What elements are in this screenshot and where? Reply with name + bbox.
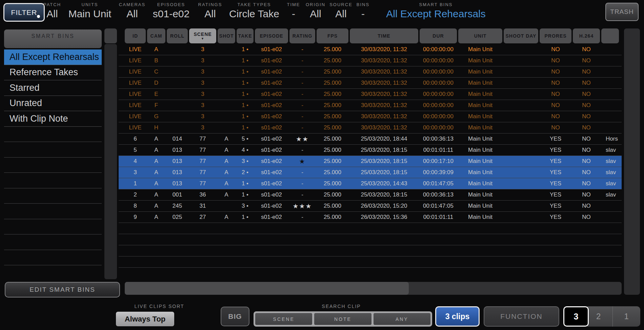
column-header-scene[interactable]: SCENE▼ xyxy=(189,28,216,43)
cell-episode: s01-e02 xyxy=(255,124,288,131)
cell-scene: 77 xyxy=(189,169,216,176)
cell-note: slav xyxy=(601,180,619,187)
cell-h264: NO xyxy=(573,136,600,142)
sidebar-item-unrated[interactable]: Unrated xyxy=(4,96,102,111)
live-clip-row[interactable]: LIVEF31 •s01-e02-25.00030/03/2020, 11:32… xyxy=(119,100,622,111)
cell-shot: A xyxy=(218,180,235,187)
live-clip-row[interactable]: LIVEC31 •s01-e02-25.00030/03/2020, 11:32… xyxy=(119,66,622,78)
column-header-fps[interactable]: FPS xyxy=(317,28,348,43)
cell-roll: 013 xyxy=(167,169,188,176)
live-clip-row[interactable]: LIVEG31 •s01-e02-25.00030/03/2020, 11:32… xyxy=(119,111,622,122)
filter-field-take-types[interactable]: TAKE TYPESCircle Take xyxy=(229,2,279,20)
edit-smart-bins-button[interactable]: EDIT SMART BINS xyxy=(5,282,120,297)
sidebar-item-all-except-rehearsals[interactable]: All Except Rehearsals xyxy=(4,49,102,65)
filter-field-patch[interactable]: PATCHAll xyxy=(43,2,61,20)
cell-rating: - xyxy=(289,214,315,221)
column-header-id[interactable]: ID xyxy=(125,28,146,43)
clips-count-button[interactable]: 3 clips xyxy=(435,306,480,327)
filter-field-cameras[interactable]: CAMERASAll xyxy=(119,2,145,20)
column-header-shoot-day[interactable]: SHOOT DAY xyxy=(504,28,538,43)
sidebar-item-starred[interactable]: Starred xyxy=(4,80,102,96)
filter-field-origin[interactable]: ORIGINAll xyxy=(306,2,325,20)
cell-roll: 014 xyxy=(167,136,188,142)
left-vertical-scrollbar[interactable] xyxy=(104,44,117,279)
filter-field-episodes[interactable]: EPISODESs01-e02 xyxy=(153,2,189,20)
cell-rating: - xyxy=(289,180,315,187)
cell-rating: - xyxy=(289,46,315,53)
filter-field-smart-bins[interactable]: SMART BINSAll Except Rehearsals xyxy=(386,2,485,20)
column-header-shot[interactable]: SHOT xyxy=(218,28,235,43)
sidebar-item-with-clip-note[interactable]: With Clip Note xyxy=(4,111,102,127)
page-button-2[interactable]: 2 xyxy=(585,306,612,327)
page-button-1[interactable]: 1 xyxy=(612,306,641,327)
right-vertical-scrollbar[interactable] xyxy=(624,28,640,295)
cell-fps: 25.000 xyxy=(317,57,348,64)
column-header-roll[interactable]: ROLL xyxy=(167,28,188,43)
cell-episode: s01-e02 xyxy=(255,169,288,176)
cell-scene: 3 xyxy=(189,46,216,53)
cell-episode: s01-e02 xyxy=(255,46,288,53)
column-header-prores[interactable]: PRORES xyxy=(540,28,571,43)
sidebar-empty-slot xyxy=(4,204,102,219)
sidebar-item-reference-takes[interactable]: Reference Takes xyxy=(4,65,102,81)
cell-h264: NO xyxy=(573,158,600,165)
function-button[interactable]: FUNCTION xyxy=(484,306,559,327)
filter-field-ratings[interactable]: RATINGSAll xyxy=(198,2,222,20)
column-header-dur[interactable]: DUR xyxy=(420,28,457,43)
filter-button[interactable]: FILTER xyxy=(3,3,45,22)
clip-row[interactable]: 8A245313 •s01-e02★★★25.00026/03/2020, 15… xyxy=(119,201,622,212)
live-clip-row[interactable]: LIVEE31 •s01-e02-25.00030/03/2020, 11:32… xyxy=(119,89,622,100)
search-by-scene-button[interactable]: SCENE xyxy=(255,313,312,325)
clip-row[interactable]: 3A01377A2 •s01-e02-25.00025/03/2020, 18:… xyxy=(119,167,622,178)
sidebar-empty-slot xyxy=(4,142,102,158)
clip-row[interactable]: 1A01377A1 •s01-e02-25.00025/03/2020, 14:… xyxy=(119,178,622,189)
cell-h264: NO xyxy=(573,214,600,221)
column-header-unit[interactable]: UNIT xyxy=(458,28,502,43)
search-by-any-button[interactable]: ANY xyxy=(374,313,430,325)
live-clip-row[interactable]: LIVED31 •s01-e02-25.00030/03/2020, 11:32… xyxy=(119,78,622,89)
page-button-3[interactable]: 3 xyxy=(563,306,589,327)
live-clip-row[interactable]: LIVEA31 •s01-e02-25.00030/03/2020, 11:32… xyxy=(119,44,622,55)
cell-scene: 3 xyxy=(189,80,216,86)
clip-row[interactable]: 9A02527A1 •s01-e02-25.00026/03/2020, 15:… xyxy=(119,212,622,223)
clip-row[interactable]: 2A00136A1 •s01-e02-25.00025/03/2020, 18:… xyxy=(119,189,622,201)
cell-episode: s01-e02 xyxy=(255,57,288,64)
column-header-cam[interactable]: CAM xyxy=(147,28,165,43)
horizontal-scrollbar-track[interactable] xyxy=(125,282,622,295)
filter-field-units[interactable]: UNITSMain Unit xyxy=(68,2,112,20)
filter-field-label: ORIGIN xyxy=(306,2,325,7)
horizontal-scrollbar-thumb[interactable] xyxy=(125,282,409,295)
filter-field-source[interactable]: SOURCEAll xyxy=(329,2,353,20)
cell-roll: 013 xyxy=(167,180,188,187)
empty-table-row xyxy=(119,256,622,268)
column-header-time[interactable]: TIME xyxy=(350,28,418,43)
search-by-note-button[interactable]: NOTE xyxy=(314,313,371,325)
cell-roll: 025 xyxy=(167,214,188,221)
big-button[interactable]: BIG xyxy=(221,307,249,326)
column-header-h-264[interactable]: H.264 xyxy=(573,28,600,43)
clip-row[interactable]: 5A01377A4 •s01-e02-25.00025/03/2020, 18:… xyxy=(119,145,622,156)
column-header-episode[interactable]: EPISODE xyxy=(255,28,288,43)
cell-h264: NO xyxy=(573,113,600,120)
filter-field-value: Circle Take xyxy=(229,8,279,20)
filter-field-time[interactable]: TIME- xyxy=(287,2,300,20)
cell-unit: Main Unit xyxy=(458,113,502,120)
live-clips-sort-button[interactable]: Always Top xyxy=(116,312,174,326)
clip-row[interactable]: 6A01477A5 •s01-e02★★25.00025/03/2020, 18… xyxy=(119,133,622,145)
live-clip-row[interactable]: LIVEB31 •s01-e02-25.00030/03/2020, 11:32… xyxy=(119,55,622,66)
filter-field-value: All xyxy=(306,8,325,20)
cell-rating: - xyxy=(289,169,315,176)
column-header-label: DUR xyxy=(432,33,444,39)
column-header-rating[interactable]: RATING xyxy=(289,28,315,43)
qtake-clip-browser: FILTER PATCHAllUNITSMain UnitCAMERASAllE… xyxy=(0,0,644,330)
column-header-take[interactable]: TAKE xyxy=(237,28,254,43)
trash-button-label: TRASH xyxy=(610,8,633,16)
cell-cam: F xyxy=(147,102,165,109)
filter-field-bins[interactable]: BINS- xyxy=(357,2,369,20)
clip-row[interactable]: 4A01377A3 •s01-e02★25.00025/03/2020, 18:… xyxy=(119,156,622,167)
column-header-extra[interactable] xyxy=(601,28,619,43)
cell-prores: NO xyxy=(540,124,571,131)
filter-field-label: TIME xyxy=(287,2,300,7)
trash-button[interactable]: TRASH xyxy=(605,3,639,21)
live-clip-row[interactable]: LIVEH31 •s01-e02-25.00030/03/2020, 11:32… xyxy=(119,122,622,133)
